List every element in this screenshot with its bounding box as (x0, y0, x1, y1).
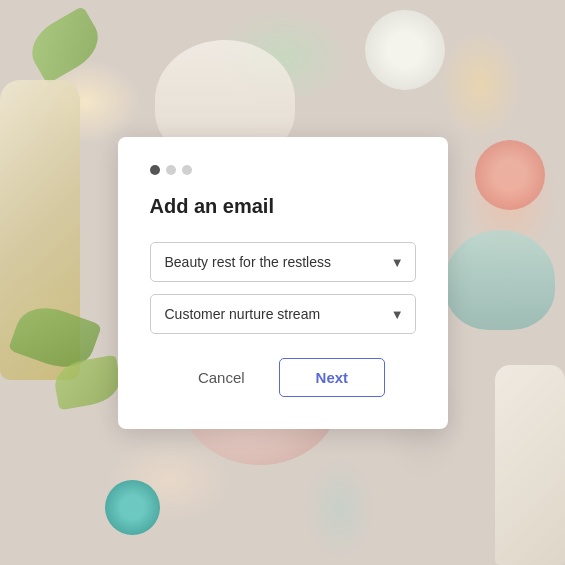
email-series-dropdown-wrapper: Beauty rest for the restless Morning rou… (150, 242, 416, 282)
modal-dialog: Add an email Beauty rest for the restles… (118, 137, 448, 429)
step-dot-1 (150, 165, 160, 175)
next-button[interactable]: Next (279, 358, 386, 397)
modal-actions: Cancel Next (150, 358, 416, 397)
nurture-stream-dropdown[interactable]: Customer nurture stream Welcome series R… (150, 294, 416, 334)
modal-overlay: Add an email Beauty rest for the restles… (0, 0, 565, 565)
step-indicator (150, 165, 416, 175)
cancel-button[interactable]: Cancel (180, 358, 263, 397)
modal-title: Add an email (150, 195, 416, 218)
step-dot-2 (166, 165, 176, 175)
email-series-dropdown[interactable]: Beauty rest for the restless Morning rou… (150, 242, 416, 282)
step-dot-3 (182, 165, 192, 175)
nurture-stream-dropdown-wrapper: Customer nurture stream Welcome series R… (150, 294, 416, 334)
